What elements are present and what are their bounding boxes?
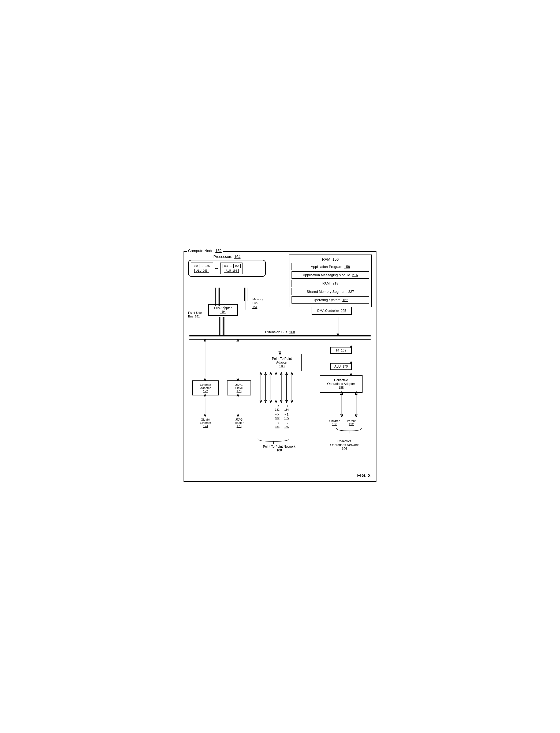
dma-controller-box: DMA Controller 225 xyxy=(312,307,352,315)
proc-core-box: 165 xyxy=(233,264,241,268)
processors-inner: 165 ··· 165 ALU 166 ··· 165 ··· 165 ALU … xyxy=(188,260,266,277)
dots-icon: ··· xyxy=(201,264,203,268)
front-side-bus-label: Front SideBus 161 xyxy=(188,311,202,319)
ram-item-shared-memory: Shared Memory Segment 227 xyxy=(292,288,369,295)
alu-right-box: ALU 170 xyxy=(330,363,352,370)
ram-title: RAM 156 xyxy=(292,257,369,261)
jtag-master-label: JTAGMaster178 xyxy=(227,418,251,428)
page: Compute Node 152 RAM 156 Application Pro… xyxy=(178,246,382,487)
ptp-conn-plus-y: + Y183 xyxy=(275,421,279,429)
proc-cores-2: 165 ··· 165 xyxy=(222,264,241,268)
memory-bus-label: MemoryBus154 xyxy=(252,297,263,309)
extension-bus-label: Extension Bus 168 xyxy=(265,330,295,334)
ptp-connections-area: + X181 − Y184 − X182 + Z185 + Y183 xyxy=(252,403,311,429)
ram-item-pami: PAMI 218 xyxy=(292,280,369,287)
collective-network-label: CollectiveOperations Network106 xyxy=(321,439,368,451)
ptp-conn-minus-x: − X182 xyxy=(275,413,279,420)
ethernet-adapter-box: EthernetAdapter172 xyxy=(192,380,219,395)
ir-box: IR 169 xyxy=(330,347,352,354)
ptp-adapter-box: Point To PointAdapter180 xyxy=(262,354,302,371)
children-parent-area: Children190 Parent192 xyxy=(318,419,367,426)
ptp-conn-plus-z: + Z185 xyxy=(284,413,289,420)
ptp-conn-minus-y: − Y184 xyxy=(284,404,289,412)
proc-alu-2: ALU 166 xyxy=(224,269,239,273)
fig-label: FIG. 2 xyxy=(357,473,371,478)
ptp-conn-plus-x: + X181 xyxy=(275,404,279,412)
processor-group-1: 165 ··· 165 ALU 166 xyxy=(191,263,213,274)
compute-node-label: Compute Node 152 xyxy=(187,249,223,253)
ram-item-os: Operating System 162 xyxy=(292,296,369,304)
ram-item-app-program: Application Program 158 xyxy=(292,263,369,270)
ram-box: RAM 156 Application Program 158 Applicat… xyxy=(289,255,372,307)
proc-alu-1: ALU 166 xyxy=(194,269,209,273)
ram-item-app-messaging: Application Messaging Module 216 xyxy=(292,271,369,279)
processors-section: Processors 164 165 ··· 165 ALU 166 ··· 1 xyxy=(188,255,266,277)
ptp-network-label: Point To Point Network108 xyxy=(255,445,303,452)
coa-adapter-box: CollectiveOperations Adapter188 xyxy=(320,375,363,393)
jtag-slave-box: JTAGSlave176 xyxy=(227,380,251,395)
ptp-conn-minus-z: − Z186 xyxy=(284,421,289,429)
gigabit-ethernet-label: GigabitEthernet174 xyxy=(192,418,219,428)
processor-group-2: 165 ··· 165 ALU 166 xyxy=(220,263,242,274)
processor-dots: ··· xyxy=(215,266,218,271)
proc-core-box: 165 xyxy=(193,264,200,268)
bus-adapter-box: Bus Adapter194 xyxy=(208,304,238,316)
proc-cores-1: 165 ··· 165 xyxy=(193,264,211,268)
parent-label: Parent192 xyxy=(347,419,356,426)
proc-core-box: 165 xyxy=(204,264,211,268)
dots-icon: ··· xyxy=(230,264,233,268)
extension-bus-area: Extension Bus 168 xyxy=(188,335,372,343)
proc-core-box: 165 xyxy=(222,264,229,268)
processors-label: Processors 164 xyxy=(188,255,266,259)
children-label: Children190 xyxy=(329,419,340,426)
main-diagram-border: Compute Node 152 RAM 156 Application Pro… xyxy=(184,251,376,482)
